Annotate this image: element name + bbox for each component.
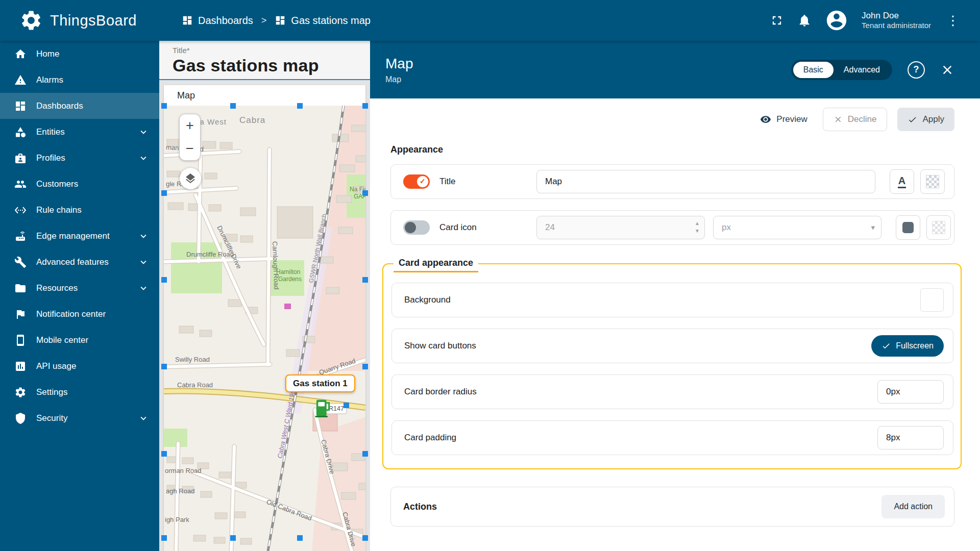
close-settings-button[interactable] <box>940 63 954 77</box>
fullscreen-button[interactable] <box>770 13 784 28</box>
preview-button[interactable]: Preview <box>755 108 812 131</box>
transparent-checker-icon <box>932 221 945 234</box>
sidebar-item[interactable]: Alarms <box>0 67 159 93</box>
check-icon <box>908 115 917 124</box>
dashboard-title-field[interactable]: Title* Gas stations map <box>159 41 370 80</box>
dashboard-title-value: Gas stations map <box>173 56 370 76</box>
gas-station-marker[interactable] <box>315 397 332 419</box>
show-card-buttons-label: Show card buttons <box>404 341 476 351</box>
widget-header: Map <box>164 85 365 106</box>
sidebar-item[interactable]: Security <box>0 405 159 431</box>
map-layers-button[interactable] <box>180 168 201 189</box>
resize-handle[interactable] <box>362 103 368 109</box>
resize-handle[interactable] <box>362 364 368 369</box>
settings-titles: Map Map <box>385 55 413 85</box>
show-card-buttons-row: Show card buttons Fullscreen <box>391 329 953 363</box>
tab-basic[interactable]: Basic <box>793 62 834 78</box>
marker-selection-handle[interactable] <box>344 403 349 408</box>
map-marker-tooltip[interactable]: Gas station 1 <box>285 374 355 392</box>
decline-button[interactable]: Decline <box>823 108 888 131</box>
card-icon-shape-button[interactable] <box>896 215 920 240</box>
card-icon-row-label: Card icon <box>439 222 536 233</box>
title-toggle[interactable] <box>403 174 430 189</box>
card-icon-toggle[interactable] <box>403 220 430 235</box>
sidebar-item[interactable]: Rule chains <box>0 197 159 223</box>
sidebar-item[interactable]: Customers <box>0 171 159 197</box>
resize-handle[interactable] <box>297 103 303 109</box>
sidebar-item[interactable]: API usage <box>0 353 159 379</box>
fullscreen-icon <box>770 13 784 28</box>
sidebar-item[interactable]: Home <box>0 41 159 67</box>
zoom-out-button[interactable]: − <box>180 137 200 160</box>
resize-handle[interactable] <box>362 451 368 457</box>
breadcrumb-current[interactable]: Gas stations map <box>275 15 371 27</box>
resize-handle[interactable] <box>230 535 236 541</box>
layers-icon <box>184 172 197 185</box>
svg-text:orman Road: orman Road <box>165 467 202 474</box>
kebab-menu-button[interactable]: ⋮ <box>944 14 962 27</box>
resize-handle[interactable] <box>161 535 167 541</box>
resize-handle[interactable] <box>362 190 368 196</box>
chevron-down-icon <box>138 413 149 424</box>
sidebar-item[interactable]: Edge management <box>0 223 159 249</box>
card-icon-setting-row: Card icon ▲▼ px ▾ <box>390 210 954 245</box>
resize-handle[interactable] <box>362 535 368 541</box>
resize-handle[interactable] <box>362 277 368 283</box>
icon-size-unit-select[interactable]: px ▾ <box>713 216 881 239</box>
apply-button[interactable]: Apply <box>897 108 954 131</box>
sidebar-item-icon <box>14 282 27 294</box>
stepper-icon[interactable]: ▲▼ <box>695 220 700 235</box>
card-border-radius-input[interactable] <box>877 380 944 404</box>
close-icon <box>940 63 954 77</box>
sidebar-item-label: Dashboards <box>36 101 83 111</box>
sidebar-item-label: Home <box>36 49 59 59</box>
add-action-button[interactable]: Add action <box>881 495 945 518</box>
settings-header: Map Map Basic Advanced ? <box>370 41 980 98</box>
user-avatar[interactable] <box>825 9 848 32</box>
card-padding-label: Card padding <box>404 433 456 443</box>
zoom-in-button[interactable]: + <box>180 114 200 137</box>
card-border-radius-label: Card border radius <box>404 387 477 397</box>
sidebar-item-label: Edge management <box>36 231 110 241</box>
thingsboard-logo[interactable]: ThingsBoard <box>0 9 159 32</box>
font-style-icon: A <box>898 175 906 188</box>
background-color-swatch[interactable] <box>920 288 944 312</box>
sidebar-item[interactable]: Advanced features <box>0 249 159 275</box>
sidebar-item[interactable]: Entities <box>0 119 159 145</box>
fullscreen-chip[interactable]: Fullscreen <box>871 335 944 357</box>
breadcrumb-dashboards[interactable]: Dashboards <box>182 15 253 27</box>
map-zoom-control: + − <box>179 114 201 161</box>
resize-handle[interactable] <box>161 451 167 457</box>
title-font-settings-button[interactable]: A <box>890 169 914 194</box>
map-canvas[interactable]: R147 Cabra West Cabra manus Road gle Roa… <box>164 106 365 551</box>
card-padding-input[interactable] <box>877 426 944 449</box>
resize-handle[interactable] <box>161 277 167 283</box>
title-text-input[interactable] <box>536 170 875 193</box>
sidebar-item[interactable]: Mobile center <box>0 327 159 353</box>
card-icon-color-button[interactable] <box>926 215 951 240</box>
tab-advanced[interactable]: Advanced <box>834 62 890 78</box>
resize-handle[interactable] <box>297 535 303 541</box>
sidebar-item[interactable]: Profiles <box>0 145 159 171</box>
sidebar-item[interactable]: Resources <box>0 275 159 301</box>
mode-segmented-control: Basic Advanced <box>791 60 892 80</box>
resize-handle[interactable] <box>230 103 236 109</box>
sidebar-item[interactable]: Settings <box>0 379 159 405</box>
icon-size-input[interactable] <box>536 216 705 239</box>
help-button[interactable]: ? <box>908 61 925 79</box>
user-role: Tenant administrator <box>862 21 931 31</box>
notifications-button[interactable] <box>797 13 812 28</box>
app-root: ThingsBoard Dashboards > Gas stations ma… <box>0 0 980 551</box>
dashboard-editor: Title* Gas stations map Map <box>159 41 370 551</box>
title-color-button[interactable] <box>920 169 945 194</box>
map-widget[interactable]: Map <box>164 85 365 551</box>
sidebar-item[interactable]: Dashboards <box>0 93 159 119</box>
actions-section: Actions Add action <box>390 487 954 527</box>
settings-title: Map <box>385 55 413 72</box>
resize-handle[interactable] <box>161 190 167 196</box>
sidebar-item[interactable]: Notification center <box>0 301 159 327</box>
chevron-down-icon: ▾ <box>871 223 875 232</box>
resize-handle[interactable] <box>161 103 167 109</box>
resize-handle[interactable] <box>161 364 167 369</box>
sidebar-item-icon <box>14 178 27 190</box>
